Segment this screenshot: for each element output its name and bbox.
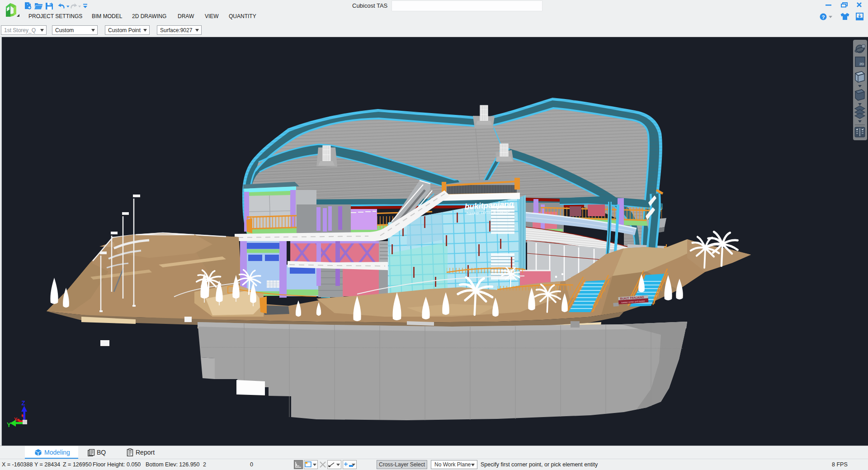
svg-text:?: ? [821, 14, 825, 20]
svg-text:2D: 2D [859, 62, 864, 66]
svg-text:Y: Y [7, 421, 11, 428]
svg-text:Z: Z [21, 399, 25, 407]
